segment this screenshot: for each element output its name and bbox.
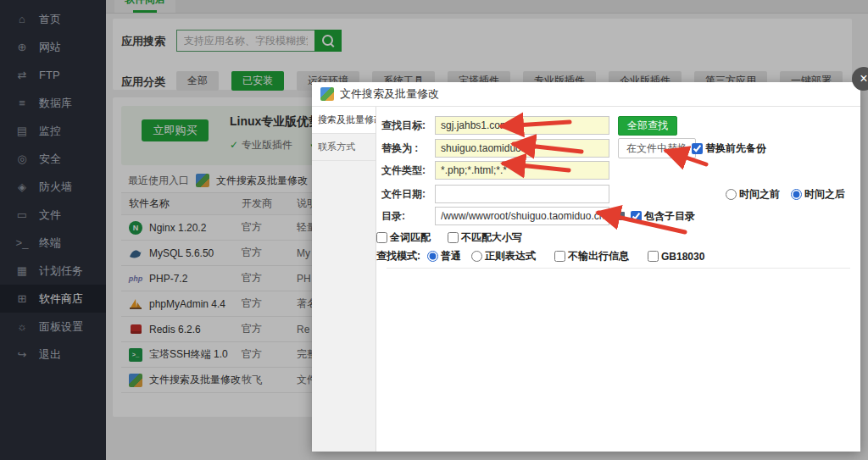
gb18030-checkbox[interactable] [648,251,659,262]
modal-body: 查找目标: 替换为 : 文件类型: 文件日期: 目录: 全部查找 在文件中替换 … [376,107,860,452]
whole-word-checkbox[interactable] [376,232,387,243]
time-after-radio[interactable] [791,189,802,200]
search-mode-label: 查找模式: [376,249,420,263]
replace-with-label: 替换为 : [381,141,435,156]
modal-tab-contact[interactable]: 联系方式 [312,134,376,161]
no-line-output-option: 不输出行信息 [554,249,629,263]
whole-word-option: 全词匹配 [376,230,431,245]
ignore-case-checkbox[interactable] [448,232,459,243]
backup-before-replace-checkbox[interactable] [692,143,703,154]
no-line-output-checkbox[interactable] [554,251,565,262]
separator-dash: - [683,142,687,154]
time-filter-options: 时间之前 时间之后 [726,185,845,203]
form-divider [387,268,850,269]
file-date-label: 文件日期: [381,187,435,202]
search-mode-options: 查找模式: 普通 正则表达式 不输出行信息 GB18030 [376,249,704,263]
modal-tab-list: 搜索及批量修改 联系方式 [312,107,376,452]
modal-header: 文件搜索及批量修改 [312,82,860,107]
modal-title: 文件搜索及批量修改 [340,86,439,102]
ignore-case-option: 不匹配大小写 [448,230,522,245]
replace-with-input[interactable] [435,139,609,158]
backup-before-replace-option: 替换前先备份 [692,141,766,156]
match-options: 全词匹配 不匹配大小写 [376,230,522,245]
directory-options: 包含子目录 [613,207,695,225]
backup-option: - 替换前先备份 [683,139,766,158]
mode-regex-option: 正则表达式 [471,249,536,263]
gb18030-option: GB18030 [648,251,704,263]
time-before-option: 时间之前 [726,187,780,202]
mode-normal-option: 普通 [427,249,461,263]
find-target-input[interactable] [435,116,609,135]
time-before-radio[interactable] [726,189,737,200]
time-after-option: 时间之后 [791,187,845,202]
directory-label: 目录: [381,209,435,224]
find-target-label: 查找目标: [381,119,435,133]
file-search-modal: 文件搜索及批量修改 搜索及批量修改 联系方式 查找目标: 替换为 : 文件类型:… [312,82,860,452]
directory-input[interactable] [435,207,609,225]
mode-normal-radio[interactable] [427,251,438,262]
file-type-input[interactable] [435,161,609,180]
include-subdir-option: 包含子目录 [631,209,695,224]
file-date-input[interactable] [435,185,609,203]
mode-regex-radio[interactable] [471,251,482,262]
modal-tab-search[interactable]: 搜索及批量修改 [312,107,376,134]
file-type-label: 文件类型: [381,163,435,178]
find-all-button[interactable]: 全部查找 [618,116,677,136]
folder-picker-icon[interactable] [613,212,625,220]
include-subdir-checkbox[interactable] [631,211,642,222]
file-search-app-icon [320,87,334,101]
